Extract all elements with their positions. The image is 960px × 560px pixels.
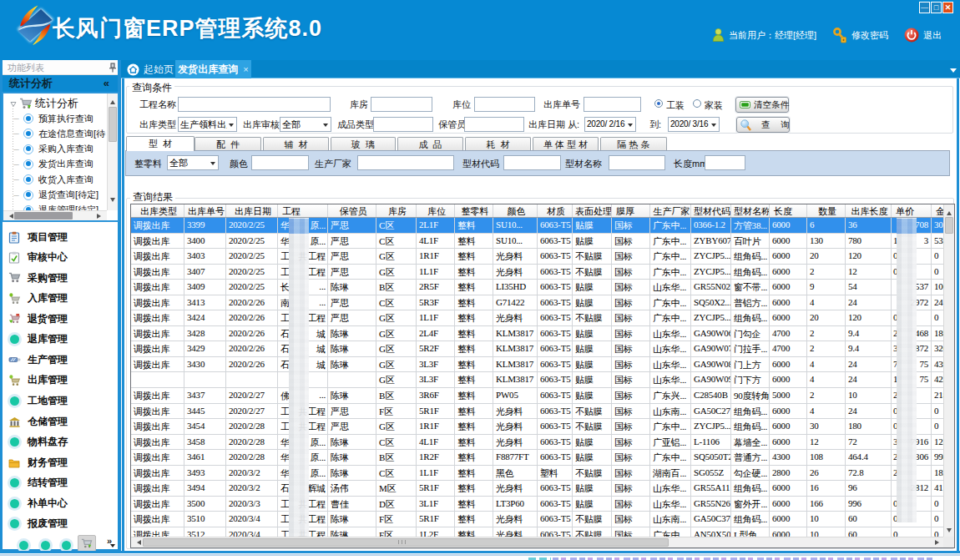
grid-row-3430[interactable]: 调拨出库34302020/2/26石城陈琳G区3L3F整料KLM38176063… bbox=[131, 357, 955, 373]
grid-row-3461[interactable]: 调拨出库34612020/2/28华原...陈琳B区1R2F整料F8877FT6… bbox=[131, 450, 955, 466]
sidebar-menu-采购管理[interactable]: 采购管理 bbox=[8, 270, 68, 286]
out-audit-combo[interactable]: 全部 bbox=[280, 117, 331, 132]
product-type-input[interactable] bbox=[373, 117, 433, 132]
grid-row-cont[interactable]: G区3L3F整料KLM38176063-T5贴膜国标山东华...GA90W09.… bbox=[131, 372, 955, 388]
logout-link[interactable]: 退出 bbox=[923, 29, 942, 42]
tab-close-icon[interactable]: × bbox=[243, 64, 248, 74]
tree-vertical-scrollbar[interactable] bbox=[107, 93, 118, 210]
tree-item-3[interactable]: ---采购入库查询 bbox=[13, 142, 93, 157]
radio-gongzhuang[interactable] bbox=[654, 99, 663, 108]
project-name-input[interactable] bbox=[178, 97, 331, 112]
footer-dot-icon[interactable] bbox=[62, 541, 71, 550]
sidebar-menu-审核中心[interactable]: 审核中心 bbox=[8, 250, 68, 266]
pin-icon[interactable] bbox=[109, 63, 117, 73]
warehouse-input[interactable] bbox=[371, 97, 432, 112]
sidebar-menu-退货管理[interactable]: 退货管理 bbox=[8, 310, 68, 327]
grid-column-header-出库日期[interactable]: 出库日期 bbox=[226, 204, 278, 217]
grid-row-3510[interactable]: 调拨出库35102020/3/4工共工程陈琳F区5R1F整料光身料6063-T5… bbox=[131, 512, 955, 527]
grid-column-header-材质[interactable]: 材质 bbox=[538, 204, 573, 217]
grid-row-3454[interactable]: 调拨出库34542020/2/28工共工程严思G区1R1F整料光身料6063-T… bbox=[131, 419, 955, 435]
grid-row-3399[interactable]: 调拨出库33992020/2/25华原...严思C区2L1F整料SU10...6… bbox=[131, 218, 955, 234]
keeper-input[interactable] bbox=[464, 117, 524, 132]
tree-horizontal-scrollbar[interactable] bbox=[3, 210, 107, 220]
tab-home[interactable]: 起始页 bbox=[127, 60, 174, 78]
material-tab-配件[interactable]: 配 件 bbox=[195, 137, 261, 150]
sidebar-menu-生产管理[interactable]: 生产管理 bbox=[8, 351, 68, 368]
length-input[interactable] bbox=[705, 155, 745, 170]
grid-column-header-颜色[interactable]: 颜色 bbox=[493, 204, 538, 217]
grid-row-3493[interactable]: 调拨出库34932020/3/2华原...陈琳C区1L1F整料黑色塑料不贴膜国标… bbox=[131, 466, 955, 482]
footer-dot-icon[interactable] bbox=[19, 541, 28, 550]
location-input[interactable] bbox=[474, 97, 535, 112]
color-input[interactable] bbox=[251, 155, 309, 170]
material-tab-耗材[interactable]: 耗 材 bbox=[465, 137, 531, 150]
sidebar-menu-项目管理[interactable]: 项目管理 bbox=[8, 229, 68, 245]
profile-code-input[interactable] bbox=[503, 155, 561, 170]
sidebar-menu-入库管理[interactable]: 入库管理 bbox=[8, 290, 68, 307]
sidebar-menu-物料盘存[interactable]: 物料盘存 bbox=[8, 434, 68, 451]
sidebar-menu-财务管理[interactable]: 财务管理 bbox=[8, 454, 68, 471]
change-password-link[interactable]: 修改密码 bbox=[851, 29, 888, 42]
sidebar-menu-出库管理[interactable]: 出库管理 bbox=[8, 372, 68, 389]
material-tab-玻璃[interactable]: 玻 璃 bbox=[331, 137, 396, 150]
collapse-icon[interactable]: « bbox=[104, 75, 109, 92]
tree-item-5[interactable]: ---收货入库查询 bbox=[13, 172, 93, 187]
grid-column-header-长度[interactable]: 长度 bbox=[770, 204, 807, 217]
grid-vertical-scrollbar[interactable] bbox=[943, 204, 954, 538]
sidebar-menu-结转管理[interactable]: 结转管理 bbox=[8, 475, 68, 492]
sidebar-menu-退库管理[interactable]: 退库管理 bbox=[8, 331, 68, 348]
grid-row-3400[interactable]: 调拨出库34002020/2/25华原...严思C区4L1F整料SU10...6… bbox=[131, 234, 955, 250]
grid-horizontal-scrollbar[interactable] bbox=[131, 537, 945, 547]
footer-active-module-button[interactable] bbox=[78, 535, 96, 552]
grid-column-header-出库单号[interactable]: 出库单号 bbox=[184, 204, 226, 217]
window-maximize-button[interactable]: □ bbox=[931, 2, 942, 13]
grid-column-header-出库类型[interactable]: 出库类型 bbox=[131, 204, 184, 217]
date-from-picker[interactable]: 2020/ 2/16 bbox=[584, 117, 636, 132]
grid-column-header-工程[interactable]: 工程 bbox=[278, 204, 328, 217]
out-type-combo[interactable]: 生产领料出库 bbox=[178, 117, 237, 132]
search-button[interactable]: 查 询 bbox=[736, 117, 790, 133]
tree-expander-icon[interactable] bbox=[10, 100, 17, 107]
grid-row-3403[interactable]: 调拨出库34032020/2/25工共工程严思G区1R1F整料光身料6063-T… bbox=[131, 249, 955, 265]
whole-part-combo[interactable]: 全部 bbox=[167, 155, 219, 170]
grid-column-header-保管员[interactable]: 保管员 bbox=[328, 204, 376, 217]
sidebar-group-header[interactable]: 统计分析 « bbox=[3, 75, 118, 92]
grid-row-3428[interactable]: 调拨出库34282020/2/26石城陈琳G区2L4F整料KLM38176063… bbox=[131, 326, 955, 342]
sidebar-menu-补单中心[interactable]: 补单中心 bbox=[8, 495, 68, 512]
window-close-button[interactable]: ✕ bbox=[942, 2, 953, 13]
tab-overflow-dropdown-icon[interactable] bbox=[950, 68, 957, 76]
grid-column-header-单价[interactable]: 单价 bbox=[892, 204, 932, 217]
grid-column-header-表面处理[interactable]: 表面处理 bbox=[573, 204, 612, 217]
footer-caret-icon[interactable] bbox=[110, 544, 115, 550]
grid-row-3407[interactable]: 调拨出库34072020/2/25工工程严思G区1L1F整料光身料6063-T5… bbox=[131, 265, 955, 280]
date-to-picker[interactable]: 2020/ 3/16 bbox=[668, 117, 720, 132]
grid-row-3445[interactable]: 调拨出库34452020/2/27工共工程严思F区5R1F整料光身料6063-T… bbox=[131, 404, 955, 420]
tree-item-1[interactable]: ---预算执行查询 bbox=[13, 111, 93, 126]
material-tab-成品[interactable]: 成 品 bbox=[397, 137, 463, 150]
grid-column-header-库房[interactable]: 库房 bbox=[376, 204, 417, 217]
grid-row-3413[interactable]: 调拨出库34132020/2/26南...严思C区5R3F整料G71422606… bbox=[131, 295, 955, 311]
tree-item-6[interactable]: ---退货查询[待定] bbox=[13, 188, 99, 203]
sidebar-menu-报废管理[interactable]: 报废管理 bbox=[8, 516, 68, 532]
grid-row-3458[interactable]: 调拨出库34582020/2/28华原...陈琳C区4L1F整料光身料6063-… bbox=[131, 435, 955, 451]
window-minimize-button[interactable]: — bbox=[919, 2, 930, 13]
tree-item-2[interactable]: ---在途信息查询[待 bbox=[13, 126, 105, 141]
sidebar-menu-工地管理[interactable]: 工地管理 bbox=[8, 393, 68, 410]
grid-row-3424[interactable]: 调拨出库34242020/2/26工工程严思G区1L1F整料光身料6063-T5… bbox=[131, 310, 955, 326]
maker-input[interactable] bbox=[357, 155, 454, 170]
grid-row-3429[interactable]: 调拨出库34292020/2/26石城陈琳G区5R2F整料KLM38176063… bbox=[131, 341, 955, 357]
grid-column-header-出库长度[interactable]: 出库长度 bbox=[846, 204, 892, 217]
clear-conditions-button[interactable]: 清空条件 bbox=[735, 97, 789, 113]
material-tab-辅材[interactable]: 辅 材 bbox=[263, 137, 329, 150]
profile-name-input[interactable] bbox=[609, 155, 665, 170]
footer-dot-icon[interactable] bbox=[41, 541, 50, 550]
grid-row-3437[interactable]: 调拨出库34372020/2/27佛...陈琳B区3R6F整料PW056063-… bbox=[131, 388, 955, 404]
grid-column-header-整零料[interactable]: 整零料 bbox=[455, 204, 493, 217]
grid-column-header-型材名称[interactable]: 型材名称 bbox=[731, 204, 770, 217]
tab-shipment-query[interactable]: 发货出库查询 × bbox=[175, 60, 251, 78]
radio-jiazhuang[interactable] bbox=[693, 99, 701, 108]
tree-root-node[interactable]: 统计分析 bbox=[10, 96, 78, 111]
material-tab-型材[interactable]: 型 材 bbox=[126, 136, 195, 151]
grid-row-3409[interactable]: 调拨出库34092020/2/25长...陈琳B区2R5F整料LI35HD606… bbox=[131, 280, 955, 295]
material-tab-单体型材[interactable]: 单 体 型 材 bbox=[533, 137, 599, 150]
